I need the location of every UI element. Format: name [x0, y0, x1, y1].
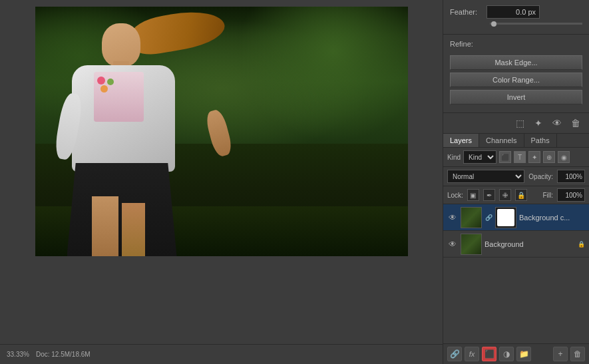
zoom-level: 33.33%	[7, 351, 29, 358]
refine-label-row: Refine:	[450, 40, 582, 51]
tab-channels[interactable]: Channels	[479, 134, 524, 147]
lock-label: Lock:	[447, 192, 463, 199]
layer-name-0: Background c...	[519, 214, 585, 222]
refine-label: Refine:	[450, 40, 473, 48]
feather-slider[interactable]	[490, 23, 582, 25]
layer-row[interactable]: 👁 Background 🔒	[443, 231, 589, 258]
filter-icon-color[interactable]: ◉	[558, 151, 570, 163]
layer-chain-icon: 🔗	[485, 214, 492, 222]
canvas-content	[0, 0, 443, 344]
adjustment-button[interactable]: ◑	[499, 347, 514, 361]
layer-name-1: Background	[485, 240, 574, 248]
tab-paths[interactable]: Paths	[524, 134, 557, 147]
kind-select[interactable]: Kind	[463, 150, 496, 164]
refine-tool-icon[interactable]: ✦	[532, 116, 545, 130]
layer-visibility-icon-1[interactable]: 👁	[447, 239, 458, 250]
layer-row[interactable]: 👁 🔗 Background c...	[443, 204, 589, 231]
layer-blend-row: Normal Multiply Screen Overlay Opacity:	[443, 167, 589, 186]
layers-panel: Layers Channels Paths Kind Kind ⬛ T ✦ ⊕ …	[443, 134, 589, 364]
lock-paint-icon[interactable]: ✒	[483, 189, 495, 201]
lock-all-icon[interactable]: 🔒	[515, 189, 527, 201]
opacity-input[interactable]	[557, 170, 585, 183]
layer-locked-icon: 🔒	[577, 240, 585, 248]
selection-tool-icon[interactable]: ⬚	[513, 116, 526, 130]
feather-slider-row	[450, 23, 582, 25]
canvas-bottom-bar: 33.33% Doc: 12.5M/18.6M	[0, 344, 443, 364]
layers-bottom: 🔗 fx ⬛ ◑ 📁 + 🗑	[443, 343, 589, 364]
photo-frame	[35, 7, 408, 256]
layer-thumbnail-0	[461, 207, 482, 228]
fill-input[interactable]	[557, 188, 585, 202]
slider-thumb	[491, 21, 496, 27]
layers-list: 👁 🔗 Background c... 👁 Background 🔒	[443, 204, 589, 343]
layer-mask-thumbnail-0	[495, 207, 516, 228]
fx-button[interactable]: fx	[465, 347, 479, 361]
refine-section: Refine: Mask Edge... Color Range... Inve…	[443, 35, 589, 113]
properties-section: Feather:	[443, 0, 589, 35]
tab-layers[interactable]: Layers	[443, 134, 479, 147]
feather-label: Feather:	[450, 8, 487, 16]
right-panel: Feather: Refine: Mask Edge... Color Rang…	[443, 0, 589, 364]
color-range-button[interactable]: Color Range...	[450, 73, 582, 87]
feather-row: Feather:	[450, 5, 582, 19]
mask-edge-button[interactable]: Mask Edge...	[450, 55, 582, 70]
layer-filter-row: Kind Kind ⬛ T ✦ ⊕ ◉	[443, 148, 589, 167]
add-mask-button[interactable]: ⬛	[482, 347, 496, 361]
filter-icon-search[interactable]: ⬛	[499, 151, 511, 163]
link-layers-button[interactable]: 🔗	[447, 347, 462, 361]
fill-label: Fill:	[542, 192, 553, 199]
delete-layer-button[interactable]: 🗑	[570, 347, 585, 361]
invert-button[interactable]: Invert	[450, 90, 582, 104]
opacity-label: Opacity:	[528, 173, 553, 180]
canvas-area: 33.33% Doc: 12.5M/18.6M	[0, 0, 443, 364]
layers-tabs: Layers Channels Paths	[443, 134, 589, 148]
layer-thumbnail-1	[461, 234, 482, 255]
layer-visibility-icon[interactable]: 👁	[447, 212, 458, 223]
layer-lock-row: Lock: ▣ ✒ ✙ 🔒 Fill:	[443, 186, 589, 204]
lock-pixels-icon[interactable]: ▣	[467, 189, 479, 201]
filter-icon-type[interactable]: T	[514, 151, 526, 163]
slider-track	[490, 23, 582, 25]
icon-tools-row: ⬚ ✦ 👁 🗑	[443, 113, 589, 134]
feather-input[interactable]	[487, 5, 540, 19]
filter-icon-adjust[interactable]: ✦	[528, 151, 540, 163]
eye-icon[interactable]: 👁	[550, 116, 564, 130]
doc-size: Doc: 12.5M/18.6M	[36, 351, 91, 358]
lock-move-icon[interactable]: ✙	[499, 189, 511, 201]
filter-icon-smart[interactable]: ⊕	[543, 151, 555, 163]
photo-background	[35, 7, 408, 256]
new-group-button[interactable]: 📁	[516, 347, 531, 361]
new-layer-button[interactable]: +	[553, 347, 568, 361]
kind-label: Kind	[447, 154, 461, 161]
trash-icon[interactable]: 🗑	[569, 116, 582, 130]
blend-mode-select[interactable]: Normal Multiply Screen Overlay	[447, 170, 524, 183]
